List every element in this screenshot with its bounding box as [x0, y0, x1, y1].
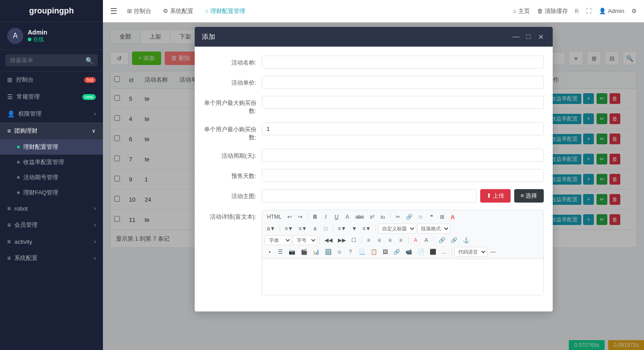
editor-anchor-btn[interactable]: ⚓: [461, 235, 472, 245]
editor-underline-btn[interactable]: U: [332, 212, 341, 222]
editor-sub-btn[interactable]: x₂: [378, 212, 388, 222]
editor-img2-btn[interactable]: 🖼: [380, 247, 390, 257]
modal-maximize-btn[interactable]: □: [524, 32, 533, 41]
clear-cache-btn[interactable]: 🗑 清除缓存: [537, 7, 568, 15]
editor-quote-btn[interactable]: ❝: [426, 212, 436, 222]
editor-help-btn[interactable]: ?: [345, 247, 355, 257]
editor-list1-btn[interactable]: ≡▼: [282, 224, 295, 233]
sidebar-item-dashboard[interactable]: ⊞ 控制台 hot: [0, 71, 103, 88]
submenu-finance-config[interactable]: 理财配置管理: [0, 139, 103, 155]
input-presale[interactable]: [262, 169, 544, 182]
editor-frame-btn[interactable]: ☐: [349, 235, 359, 245]
sidebar-item-robot[interactable]: ≡ robot ›: [0, 200, 103, 216]
editor-doc-btn[interactable]: 📃: [356, 247, 367, 257]
editor-emoji-btn[interactable]: ☺: [335, 247, 345, 257]
editor-lang-select[interactable]: 代码语言: [454, 247, 487, 257]
editor-vid2-btn[interactable]: 📹: [403, 247, 414, 257]
robot-label: robot: [14, 205, 28, 212]
sidebar-item-member[interactable]: ≡ 会员管理 ›: [0, 216, 103, 233]
editor-listul-btn[interactable]: ☰: [276, 247, 286, 257]
modal-minimize-btn[interactable]: —: [512, 32, 520, 41]
editor-star-btn[interactable]: ☆: [416, 212, 426, 222]
editor-html-btn[interactable]: HTML: [265, 212, 284, 222]
choose-button[interactable]: ≡ 选择: [514, 189, 543, 203]
editor-table-btn[interactable]: ⊞: [437, 212, 447, 222]
sidebar-item-permission[interactable]: 👤 权限管理 ›: [0, 105, 103, 122]
upload-button[interactable]: ⬆ 上传: [480, 189, 511, 203]
editor-box-btn[interactable]: □: [321, 224, 331, 233]
modal-close-btn[interactable]: ✕: [537, 32, 546, 41]
copy-btn[interactable]: ⎘: [575, 8, 579, 14]
editor-list2-btn[interactable]: ≡▼: [296, 224, 309, 233]
editor-fontcolor2-btn[interactable]: A: [448, 212, 458, 222]
input-days[interactable]: [262, 149, 544, 162]
editor-strikethrough-btn[interactable]: abc: [353, 212, 366, 222]
editor-url-btn[interactable]: 🔗: [436, 235, 448, 245]
editor-prev-btn[interactable]: ◀◀: [322, 235, 335, 245]
fullscreen-btn[interactable]: ⛶: [586, 8, 592, 14]
editor-text-btn[interactable]: 🔠: [323, 247, 334, 257]
editor-file-btn[interactable]: 📄: [415, 247, 426, 257]
editor-align-left-btn[interactable]: ≡: [364, 235, 374, 245]
editor-link2-btn[interactable]: 🔗: [391, 247, 402, 257]
editor-italic-btn[interactable]: I: [321, 212, 331, 222]
input-name[interactable]: [262, 56, 544, 69]
sidebar-user: A Admin 在线: [0, 22, 103, 50]
hamburger-icon[interactable]: ☰: [110, 6, 117, 16]
editor-hr-btn[interactable]: —: [488, 247, 498, 257]
admin-btn[interactable]: 👤 Admin: [599, 8, 624, 14]
sidebar-item-group[interactable]: ≡ 团购理财 ∨: [0, 122, 103, 139]
label-presale: 预售天数:: [204, 169, 262, 180]
search-input[interactable]: [5, 54, 98, 66]
editor-color-a-btn[interactable]: A: [411, 235, 421, 245]
sidebar-item-system[interactable]: ≡ 系统配置 ›: [0, 250, 103, 267]
editor-color-a2-btn[interactable]: A: [422, 235, 431, 245]
submenu-faq-config[interactable]: 理财FAQ管理: [0, 185, 103, 200]
home-btn[interactable]: ⌂ 主页: [513, 7, 530, 15]
topbar-nav-system[interactable]: ⚙ 系统配置: [158, 5, 198, 17]
editor-block-btn[interactable]: ⬛: [427, 247, 439, 257]
dot-icon: [17, 146, 20, 148]
editor-bullet-btn[interactable]: ▪: [265, 247, 275, 257]
editor-bold-btn[interactable]: B: [310, 212, 320, 222]
input-price[interactable]: [262, 76, 544, 89]
topbar-nav-dashboard[interactable]: ⊞ 控制台: [123, 5, 156, 17]
editor-undo-btn[interactable]: ↩: [285, 212, 294, 222]
editor-align-btn[interactable]: ≡▼: [336, 224, 349, 233]
editor-font-color-btn[interactable]: A: [342, 212, 352, 222]
editor-indent-btn[interactable]: ≡▼: [360, 224, 373, 233]
sidebar-item-general[interactable]: ☰ 常规管理 new: [0, 88, 103, 105]
editor-redo-btn[interactable]: ↪: [295, 212, 305, 222]
editor-sup-btn[interactable]: x²: [367, 212, 377, 222]
topbar-nav-finance[interactable]: ○ 理财配置管理: [200, 5, 250, 17]
editor-url2-btn[interactable]: 🔗: [448, 235, 460, 245]
sidebar-item-activity[interactable]: ≡ activity ›: [0, 233, 103, 250]
editor-align-justify-btn[interactable]: ≡: [396, 235, 406, 245]
gear-btn[interactable]: ⚙: [631, 8, 637, 14]
editor-clipboard-btn[interactable]: 📋: [368, 247, 380, 257]
input-max[interactable]: [262, 96, 544, 109]
editor-img-btn[interactable]: 📷: [286, 247, 298, 257]
editor-video-btn[interactable]: 🎬: [299, 247, 310, 257]
editor-format-btn[interactable]: a▼: [265, 224, 278, 233]
editor-next-btn[interactable]: ▶▶: [336, 235, 348, 245]
editor-heading-select[interactable]: 自定义标题: [378, 224, 416, 233]
editor-chart-btn[interactable]: 📊: [311, 247, 322, 257]
editor-area[interactable]: [262, 259, 543, 295]
general-label: 常规管理: [17, 93, 40, 101]
editor-align-right-btn[interactable]: ≡: [385, 235, 395, 245]
editor-size-select[interactable]: 字号: [293, 235, 317, 245]
submenu-period-config[interactable]: 活动期号管理: [0, 170, 103, 185]
editor-char-btn[interactable]: a: [310, 224, 320, 233]
editor-link-btn[interactable]: 🔗: [404, 212, 415, 222]
editor-align-center-btn[interactable]: ≡: [375, 235, 384, 245]
editor-valign-btn[interactable]: ▼: [350, 224, 359, 233]
editor-code-btn[interactable]: ...: [439, 247, 449, 257]
editor-cut-btn[interactable]: ✂: [393, 212, 403, 222]
input-min[interactable]: [262, 122, 544, 135]
submenu-yield-config[interactable]: 收益率配置管理: [0, 155, 103, 170]
editor-sep10: [452, 248, 452, 256]
upload-input[interactable]: [262, 189, 477, 203]
editor-paragraph-select[interactable]: 段落格式: [417, 224, 450, 233]
editor-font-select[interactable]: 字体: [265, 235, 292, 245]
